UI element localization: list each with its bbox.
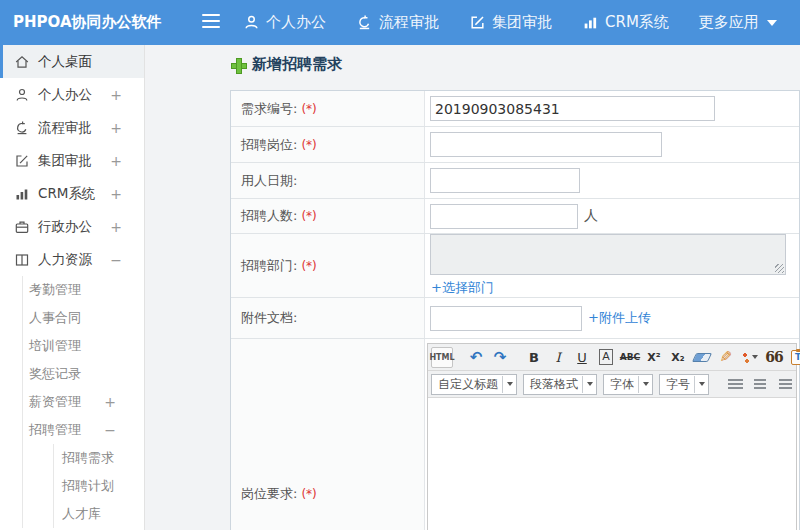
field-value bbox=[425, 91, 799, 126]
sidebar-item-group-approval[interactable]: 集团审批 + bbox=[0, 144, 144, 177]
sidebar-item-salary[interactable]: 薪资管理 + bbox=[23, 388, 144, 416]
expand-icon[interactable]: + bbox=[110, 186, 122, 202]
topnav-crm[interactable]: CRM系统 bbox=[582, 13, 669, 32]
label-text: 岗位要求: bbox=[241, 485, 297, 503]
date-input[interactable] bbox=[430, 168, 580, 193]
code-input[interactable] bbox=[430, 96, 715, 121]
sidebar-item-label: 流程审批 bbox=[38, 119, 92, 137]
paste-clipboard-icon[interactable]: T bbox=[787, 347, 800, 368]
sidebar-item-process-approval[interactable]: 流程审批 + bbox=[0, 111, 144, 144]
sidebar-item-label: 招聘管理 bbox=[29, 421, 81, 439]
form-row-position: 招聘岗位: (*) bbox=[231, 127, 799, 163]
sidebar-item-label: 集团审批 bbox=[38, 152, 92, 170]
field-value bbox=[425, 127, 799, 162]
bar-chart-icon bbox=[582, 14, 599, 31]
sidebar-item-label: 招聘计划 bbox=[62, 477, 114, 495]
sidebar-item-personal-desktop[interactable]: 个人桌面 bbox=[0, 45, 144, 78]
caret-down-icon bbox=[587, 382, 593, 386]
sidebar-item-label: 奖惩记录 bbox=[29, 365, 81, 383]
align-right-icon[interactable] bbox=[773, 374, 795, 395]
topnav-group-approval[interactable]: 集团审批 bbox=[469, 13, 552, 32]
sidebar-item-crm[interactable]: CRM系统 + bbox=[0, 177, 144, 210]
book-icon bbox=[14, 252, 30, 268]
count-unit: 人 bbox=[584, 207, 598, 225]
editor-toolbar-row2: 自定义标题 段落格式 字体 bbox=[428, 371, 796, 398]
bar-chart-icon bbox=[14, 186, 30, 202]
field-label: 用人日期: bbox=[231, 163, 425, 198]
field-value bbox=[425, 163, 799, 198]
heading-select-value: 自定义标题 bbox=[438, 376, 498, 393]
sidebar-item-training[interactable]: 培训管理 bbox=[23, 332, 144, 360]
form-row-requirement: 岗位要求: (*) HTML ↶ ↷ B I U bbox=[231, 339, 799, 530]
align-left-icon[interactable] bbox=[725, 374, 747, 395]
sidebar-item-rewards[interactable]: 奖惩记录 bbox=[23, 360, 144, 388]
size-select-value: 字号 bbox=[666, 376, 690, 393]
paragraph-format-select[interactable]: 段落格式 bbox=[523, 374, 597, 395]
attachment-upload-link[interactable]: +附件上传 bbox=[588, 309, 651, 327]
sidebar-item-recruit-request[interactable]: 招聘需求 bbox=[54, 444, 144, 472]
font-select-value: 字体 bbox=[610, 376, 634, 393]
sidebar-item-personal-office[interactable]: 个人办公 + bbox=[0, 78, 144, 111]
undo-icon[interactable]: ↶ bbox=[465, 347, 487, 368]
expand-icon[interactable]: + bbox=[110, 219, 122, 235]
user-icon bbox=[243, 14, 260, 31]
topnav-more-apps[interactable]: 更多应用 bbox=[699, 13, 777, 32]
collapse-icon[interactable]: − bbox=[104, 422, 116, 438]
sidebar-item-label: 培训管理 bbox=[29, 337, 81, 355]
sidebar-item-recruit-plan[interactable]: 招聘计划 bbox=[54, 472, 144, 500]
menu-icon[interactable] bbox=[202, 14, 220, 30]
label-text: 招聘部门: bbox=[241, 257, 297, 275]
label-text: 需求编号: bbox=[241, 100, 297, 118]
form-row-department: 招聘部门: (*) +选择部门 bbox=[231, 234, 799, 298]
expand-icon[interactable]: + bbox=[110, 87, 122, 103]
strikethrough-button[interactable]: ABC bbox=[619, 347, 641, 368]
font-size-select[interactable]: 字号 bbox=[659, 374, 709, 395]
editor-content-area[interactable] bbox=[428, 398, 796, 530]
heading-select[interactable]: 自定义标题 bbox=[431, 374, 517, 395]
sidebar-item-label: 行政办公 bbox=[38, 218, 92, 236]
bold-button[interactable]: B bbox=[523, 347, 545, 368]
topnav-personal-office[interactable]: 个人办公 bbox=[243, 13, 326, 32]
department-textarea[interactable] bbox=[430, 234, 786, 275]
eraser-icon[interactable] bbox=[691, 347, 713, 368]
blockquote-button[interactable]: 66 bbox=[763, 347, 785, 368]
editor-toolbar-row1: HTML ↶ ↷ B I U A ABC X² X₂ bbox=[428, 344, 796, 371]
sidebar-item-hr-contract[interactable]: 人事合同 bbox=[23, 304, 144, 332]
underline-button[interactable]: U bbox=[571, 347, 593, 368]
form-row-date: 用人日期: bbox=[231, 163, 799, 199]
required-mark: (*) bbox=[301, 138, 316, 152]
align-center-icon[interactable] bbox=[749, 374, 771, 395]
select-department-link[interactable]: +选择部门 bbox=[431, 279, 494, 297]
color-palette-icon[interactable] bbox=[739, 347, 761, 368]
sidebar-item-hr[interactable]: 人力资源 − bbox=[0, 243, 144, 276]
expand-icon[interactable]: + bbox=[104, 394, 116, 410]
expand-icon[interactable]: + bbox=[110, 153, 122, 169]
count-input[interactable] bbox=[430, 204, 578, 229]
label-text: 招聘人数: bbox=[241, 207, 297, 225]
expand-icon[interactable]: + bbox=[110, 120, 122, 136]
sidebar-item-label: 人事合同 bbox=[29, 309, 81, 327]
subscript-button[interactable]: X₂ bbox=[667, 347, 689, 368]
sidebar-item-recruitment[interactable]: 招聘管理 − bbox=[23, 416, 144, 444]
attachment-input[interactable] bbox=[430, 306, 582, 331]
sidebar-item-talent-pool[interactable]: 人才库 bbox=[54, 500, 144, 528]
redo-icon[interactable]: ↷ bbox=[489, 347, 511, 368]
sidebar-item-attendance[interactable]: 考勤管理 bbox=[23, 276, 144, 304]
font-family-select[interactable]: 字体 bbox=[603, 374, 653, 395]
superscript-button[interactable]: X² bbox=[643, 347, 665, 368]
html-source-button[interactable]: HTML bbox=[431, 347, 453, 368]
field-label: 招聘人数: (*) bbox=[231, 199, 425, 233]
topnav-process-approval[interactable]: 流程审批 bbox=[356, 13, 439, 32]
caret-down-icon bbox=[767, 20, 777, 26]
sidebar-item-admin-office[interactable]: 行政办公 + bbox=[0, 210, 144, 243]
font-box-button[interactable]: A bbox=[595, 347, 617, 368]
top-nav: 个人办公 流程审批 集团审批 CRM系统 更多应用 bbox=[243, 0, 777, 45]
position-input[interactable] bbox=[430, 132, 662, 157]
collapse-icon[interactable]: − bbox=[110, 252, 122, 268]
form-row-code: 需求编号: (*) bbox=[231, 91, 799, 127]
format-brush-icon[interactable]: ✎ bbox=[715, 347, 737, 368]
align-left-glyph bbox=[728, 378, 744, 391]
field-label: 岗位要求: (*) bbox=[231, 339, 425, 530]
italic-button[interactable]: I bbox=[547, 347, 569, 368]
sidebar-submenu-recruitment: 招聘需求 招聘计划 人才库 bbox=[53, 444, 144, 528]
